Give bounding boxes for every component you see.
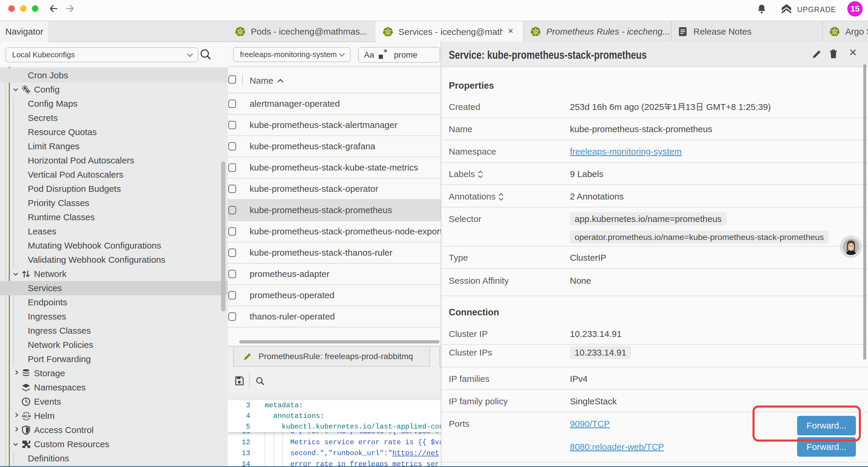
svg-text:HELM: HELM	[22, 415, 30, 418]
